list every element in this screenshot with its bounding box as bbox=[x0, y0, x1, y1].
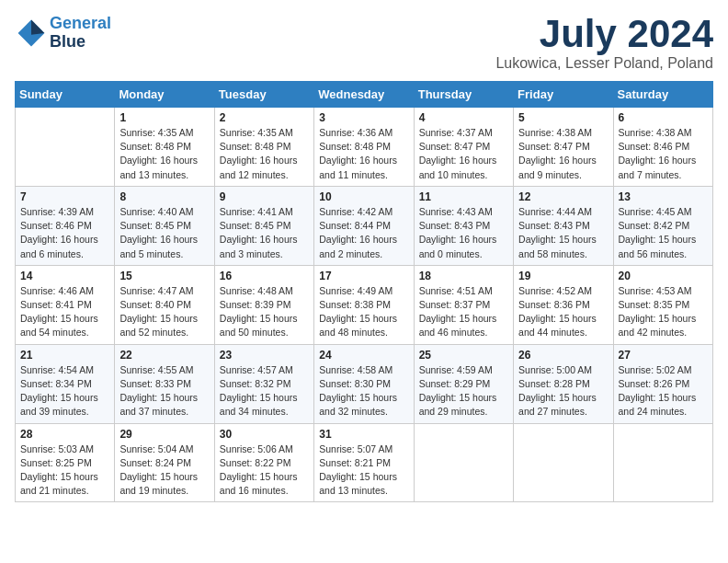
weekday-header-thursday: Thursday bbox=[414, 82, 513, 108]
calendar-cell: 2Sunrise: 4:35 AMSunset: 8:48 PMDaylight… bbox=[214, 108, 313, 187]
day-info: Sunrise: 4:43 AMSunset: 8:43 PMDaylight:… bbox=[419, 205, 508, 261]
day-number: 20 bbox=[619, 270, 708, 282]
calendar-cell: 27Sunrise: 5:02 AMSunset: 8:26 PMDayligh… bbox=[613, 344, 712, 423]
day-info: Sunrise: 4:45 AMSunset: 8:42 PMDaylight:… bbox=[619, 205, 708, 261]
calendar-cell: 29Sunrise: 5:04 AMSunset: 8:24 PMDayligh… bbox=[115, 423, 214, 502]
day-number: 1 bbox=[119, 111, 209, 124]
day-info: Sunrise: 4:59 AMSunset: 8:29 PMDaylight:… bbox=[419, 363, 508, 419]
day-number: 29 bbox=[119, 428, 209, 441]
day-info: Sunrise: 4:55 AMSunset: 8:33 PMDaylight:… bbox=[119, 363, 209, 419]
calendar-cell: 15Sunrise: 4:47 AMSunset: 8:40 PMDayligh… bbox=[115, 265, 214, 344]
day-info: Sunrise: 4:39 AMSunset: 8:46 PMDaylight:… bbox=[20, 205, 109, 261]
day-number: 21 bbox=[20, 349, 109, 362]
day-number: 9 bbox=[220, 190, 309, 203]
location: Lukowica, Lesser Poland, Poland bbox=[495, 55, 713, 72]
day-info: Sunrise: 5:07 AMSunset: 8:21 PMDaylight:… bbox=[319, 442, 408, 499]
page-header: General Blue July 2024 Lukowica, Lesser … bbox=[15, 15, 713, 72]
title-area: July 2024 Lukowica, Lesser Poland, Polan… bbox=[495, 15, 713, 72]
calendar-week-row: 14Sunrise: 4:46 AMSunset: 8:41 PMDayligh… bbox=[16, 265, 713, 344]
day-info: Sunrise: 5:03 AMSunset: 8:25 PMDaylight:… bbox=[20, 442, 109, 499]
calendar-cell: 14Sunrise: 4:46 AMSunset: 8:41 PMDayligh… bbox=[16, 265, 115, 344]
svg-marker-1 bbox=[31, 19, 44, 34]
day-info: Sunrise: 4:51 AMSunset: 8:37 PMDaylight:… bbox=[419, 284, 508, 340]
calendar-cell: 17Sunrise: 4:49 AMSunset: 8:38 PMDayligh… bbox=[314, 265, 414, 344]
day-info: Sunrise: 5:06 AMSunset: 8:22 PMDaylight:… bbox=[220, 442, 309, 499]
weekday-header-row: SundayMondayTuesdayWednesdayThursdayFrid… bbox=[16, 82, 713, 108]
day-number: 28 bbox=[20, 428, 109, 441]
month-title: July 2024 bbox=[495, 15, 713, 53]
calendar-week-row: 1Sunrise: 4:35 AMSunset: 8:48 PMDaylight… bbox=[16, 108, 713, 187]
calendar-cell: 1Sunrise: 4:35 AMSunset: 8:48 PMDaylight… bbox=[115, 108, 214, 187]
day-number: 5 bbox=[518, 111, 608, 124]
weekday-header-tuesday: Tuesday bbox=[214, 82, 313, 108]
calendar-cell: 18Sunrise: 4:51 AMSunset: 8:37 PMDayligh… bbox=[414, 265, 513, 344]
day-number: 15 bbox=[119, 270, 209, 282]
day-info: Sunrise: 4:38 AMSunset: 8:46 PMDaylight:… bbox=[619, 126, 708, 182]
day-number: 24 bbox=[319, 349, 408, 362]
day-number: 7 bbox=[20, 190, 109, 203]
day-info: Sunrise: 4:44 AMSunset: 8:43 PMDaylight:… bbox=[518, 205, 608, 261]
calendar-cell: 28Sunrise: 5:03 AMSunset: 8:25 PMDayligh… bbox=[16, 423, 115, 502]
calendar-cell: 31Sunrise: 5:07 AMSunset: 8:21 PMDayligh… bbox=[314, 423, 414, 502]
day-info: Sunrise: 4:47 AMSunset: 8:40 PMDaylight:… bbox=[119, 284, 209, 340]
calendar-table: SundayMondayTuesdayWednesdayThursdayFrid… bbox=[15, 81, 713, 502]
day-number: 26 bbox=[518, 349, 608, 362]
day-number: 19 bbox=[518, 270, 608, 282]
day-info: Sunrise: 4:35 AMSunset: 8:48 PMDaylight:… bbox=[119, 126, 209, 182]
day-info: Sunrise: 4:42 AMSunset: 8:44 PMDaylight:… bbox=[319, 205, 408, 261]
day-number: 2 bbox=[220, 111, 309, 124]
logo-text: General Blue bbox=[50, 15, 111, 52]
day-number: 3 bbox=[319, 111, 408, 124]
day-info: Sunrise: 4:52 AMSunset: 8:36 PMDaylight:… bbox=[518, 284, 608, 340]
weekday-header-saturday: Saturday bbox=[613, 82, 712, 108]
calendar-cell: 20Sunrise: 4:53 AMSunset: 8:35 PMDayligh… bbox=[613, 265, 712, 344]
calendar-cell: 9Sunrise: 4:41 AMSunset: 8:45 PMDaylight… bbox=[214, 186, 313, 265]
day-info: Sunrise: 4:49 AMSunset: 8:38 PMDaylight:… bbox=[319, 284, 408, 340]
logo-icon bbox=[15, 17, 48, 50]
day-number: 27 bbox=[619, 349, 708, 362]
day-info: Sunrise: 4:36 AMSunset: 8:48 PMDaylight:… bbox=[319, 126, 408, 182]
day-info: Sunrise: 5:02 AMSunset: 8:26 PMDaylight:… bbox=[619, 363, 708, 419]
calendar-cell: 21Sunrise: 4:54 AMSunset: 8:34 PMDayligh… bbox=[16, 344, 115, 423]
day-number: 25 bbox=[419, 349, 508, 362]
calendar-cell: 24Sunrise: 4:58 AMSunset: 8:30 PMDayligh… bbox=[314, 344, 414, 423]
weekday-header-friday: Friday bbox=[514, 82, 613, 108]
day-info: Sunrise: 4:46 AMSunset: 8:41 PMDaylight:… bbox=[20, 284, 109, 340]
day-info: Sunrise: 5:04 AMSunset: 8:24 PMDaylight:… bbox=[119, 442, 209, 499]
day-number: 23 bbox=[220, 349, 309, 362]
day-info: Sunrise: 4:38 AMSunset: 8:47 PMDaylight:… bbox=[518, 126, 608, 182]
day-number: 13 bbox=[619, 190, 708, 203]
day-info: Sunrise: 4:48 AMSunset: 8:39 PMDaylight:… bbox=[220, 284, 309, 340]
calendar-cell: 13Sunrise: 4:45 AMSunset: 8:42 PMDayligh… bbox=[613, 186, 712, 265]
day-info: Sunrise: 4:57 AMSunset: 8:32 PMDaylight:… bbox=[220, 363, 309, 419]
calendar-cell: 5Sunrise: 4:38 AMSunset: 8:47 PMDaylight… bbox=[514, 108, 613, 187]
day-number: 10 bbox=[319, 190, 408, 203]
calendar-cell bbox=[514, 423, 613, 502]
calendar-cell: 6Sunrise: 4:38 AMSunset: 8:46 PMDaylight… bbox=[613, 108, 712, 187]
day-number: 22 bbox=[119, 349, 209, 362]
calendar-cell: 12Sunrise: 4:44 AMSunset: 8:43 PMDayligh… bbox=[514, 186, 613, 265]
calendar-cell: 25Sunrise: 4:59 AMSunset: 8:29 PMDayligh… bbox=[414, 344, 513, 423]
day-number: 18 bbox=[419, 270, 508, 282]
calendar-cell: 3Sunrise: 4:36 AMSunset: 8:48 PMDaylight… bbox=[314, 108, 414, 187]
calendar-cell: 10Sunrise: 4:42 AMSunset: 8:44 PMDayligh… bbox=[314, 186, 414, 265]
day-number: 11 bbox=[419, 190, 508, 203]
calendar-cell: 26Sunrise: 5:00 AMSunset: 8:28 PMDayligh… bbox=[514, 344, 613, 423]
weekday-header-sunday: Sunday bbox=[16, 82, 115, 108]
day-info: Sunrise: 4:58 AMSunset: 8:30 PMDaylight:… bbox=[319, 363, 408, 419]
calendar-cell: 30Sunrise: 5:06 AMSunset: 8:22 PMDayligh… bbox=[214, 423, 313, 502]
day-info: Sunrise: 4:37 AMSunset: 8:47 PMDaylight:… bbox=[419, 126, 508, 182]
calendar-cell: 22Sunrise: 4:55 AMSunset: 8:33 PMDayligh… bbox=[115, 344, 214, 423]
day-number: 8 bbox=[119, 190, 209, 203]
day-number: 6 bbox=[619, 111, 708, 124]
day-number: 16 bbox=[220, 270, 309, 282]
day-number: 17 bbox=[319, 270, 408, 282]
calendar-cell bbox=[414, 423, 513, 502]
calendar-cell: 8Sunrise: 4:40 AMSunset: 8:45 PMDaylight… bbox=[115, 186, 214, 265]
calendar-cell: 16Sunrise: 4:48 AMSunset: 8:39 PMDayligh… bbox=[214, 265, 313, 344]
day-number: 31 bbox=[319, 428, 408, 441]
weekday-header-wednesday: Wednesday bbox=[314, 82, 414, 108]
calendar-cell bbox=[16, 108, 115, 187]
calendar-week-row: 21Sunrise: 4:54 AMSunset: 8:34 PMDayligh… bbox=[16, 344, 713, 423]
calendar-cell: 11Sunrise: 4:43 AMSunset: 8:43 PMDayligh… bbox=[414, 186, 513, 265]
